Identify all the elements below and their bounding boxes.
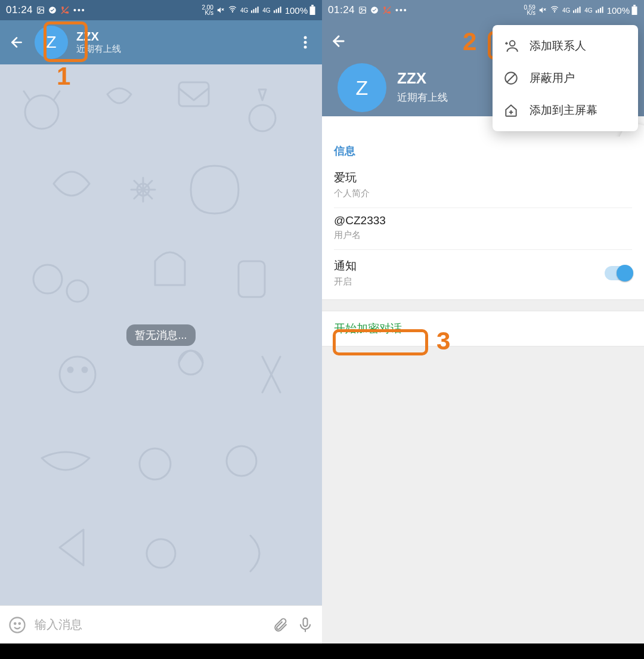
mute-icon	[216, 6, 225, 14]
menu-add-contact[interactable]: 添加联系人	[493, 30, 638, 62]
battery-indicator: 100%	[607, 5, 638, 16]
signal-bars-icon-2	[274, 5, 282, 16]
username-value: @CZ2333	[334, 214, 632, 227]
back-button[interactable]	[330, 33, 347, 52]
svg-point-25	[67, 280, 88, 302]
nav-strip	[322, 643, 644, 659]
svg-rect-53	[632, 7, 637, 15]
notif-title: 通知	[334, 258, 357, 274]
call-blocked-icon	[382, 5, 392, 15]
svg-point-24	[33, 265, 62, 293]
overflow-menu: 添加联系人 屏蔽用户 添加到主屏幕	[493, 25, 638, 131]
svg-rect-26	[239, 261, 265, 297]
status-more-icon: •••	[395, 5, 408, 15]
block-icon	[503, 70, 519, 86]
secret-chat-label: 开始加密对话	[334, 322, 402, 335]
wifi-icon	[550, 5, 559, 16]
chat-subtitle: 近期有上线	[76, 44, 121, 55]
status-bar: 01:24 ••• 2.00K/s 4G	[0, 0, 322, 20]
menu-add-to-home[interactable]: 添加到主屏幕	[493, 94, 638, 126]
wifi-icon	[228, 5, 237, 16]
notifications-row[interactable]: 通知 开启	[334, 250, 632, 297]
svg-rect-47	[577, 8, 578, 13]
svg-rect-12	[275, 9, 277, 13]
svg-rect-45	[573, 10, 574, 13]
mute-icon	[538, 6, 547, 14]
username-row[interactable]: @CZ2333 用户名	[334, 208, 632, 250]
svg-rect-16	[311, 5, 314, 7]
svg-point-35	[14, 623, 16, 624]
picture-icon	[358, 6, 367, 14]
check-icon	[370, 6, 379, 14]
bio-label: 个人简介	[334, 188, 632, 199]
svg-rect-11	[274, 10, 275, 13]
status-time: 01:24	[6, 4, 33, 16]
svg-rect-15	[310, 7, 315, 15]
call-blocked-icon	[60, 5, 70, 15]
menu-add-to-home-label: 添加到主屏幕	[530, 103, 597, 118]
svg-point-22	[249, 105, 275, 131]
signal-4g-label-2: 4G	[262, 7, 270, 14]
status-more-icon: •••	[73, 5, 86, 15]
avatar-letter: Z	[46, 33, 56, 52]
info-section: 信息 爱玩 个人简介 @CZ2333 用户名 通知 开启	[322, 137, 644, 300]
signal-4g-label-1: 4G	[240, 7, 248, 14]
bio-row[interactable]: 爱玩 个人简介	[334, 164, 632, 208]
svg-rect-37	[304, 618, 308, 626]
menu-block-user[interactable]: 屏蔽用户	[493, 62, 638, 94]
chat-body[interactable]: 暂无消息...	[0, 64, 322, 605]
svg-rect-32	[227, 446, 256, 476]
signal-bars-icon	[251, 5, 259, 16]
notif-state: 开启	[334, 276, 357, 287]
background-doodles	[0, 64, 322, 601]
chat-title-block[interactable]: ZZX 近期有上线	[76, 30, 121, 55]
svg-rect-13	[278, 8, 279, 13]
svg-rect-21	[179, 82, 209, 106]
svg-rect-46	[575, 9, 577, 13]
mic-icon[interactable]	[297, 617, 314, 633]
svg-point-44	[554, 11, 555, 12]
svg-point-31	[140, 448, 171, 479]
svg-point-19	[304, 46, 307, 49]
svg-point-29	[82, 367, 87, 372]
svg-rect-7	[251, 10, 252, 13]
avatar[interactable]: Z	[338, 63, 386, 112]
svg-rect-50	[597, 9, 599, 13]
svg-rect-51	[600, 8, 601, 13]
chat-header: Z ZZX 近期有上线	[0, 20, 322, 64]
avatar[interactable]: Z	[35, 26, 68, 59]
signal-bars-icon	[573, 5, 581, 16]
attach-icon[interactable]	[272, 617, 289, 633]
message-input-bar	[0, 605, 322, 643]
svg-point-17	[304, 36, 307, 39]
status-time: 01:24	[328, 4, 355, 16]
bio-value: 爱玩	[334, 170, 632, 185]
more-button[interactable]	[296, 30, 315, 54]
signal-bars-icon-2	[596, 5, 604, 16]
emoji-icon[interactable]	[8, 616, 26, 634]
svg-point-6	[232, 11, 233, 12]
add-contact-icon	[503, 38, 519, 54]
profile-subtitle: 近期有上线	[397, 91, 448, 104]
chat-name: ZZX	[76, 30, 121, 44]
svg-rect-9	[255, 8, 256, 13]
home-plus-icon	[503, 103, 519, 118]
svg-point-36	[19, 623, 21, 624]
net-speed: 0.59K/s	[524, 5, 535, 16]
avatar-letter: Z	[356, 76, 369, 100]
message-input[interactable]	[35, 618, 264, 632]
back-button[interactable]	[7, 33, 26, 52]
notifications-toggle[interactable]	[605, 266, 632, 280]
menu-block-user-label: 屏蔽用户	[530, 70, 575, 86]
profile-content[interactable]: 信息 爱玩 个人简介 @CZ2333 用户名 通知 开启	[322, 137, 644, 643]
menu-add-contact-label: 添加联系人	[530, 38, 586, 54]
start-secret-chat[interactable]: 开始加密对话	[322, 311, 644, 346]
battery-indicator: 100%	[285, 5, 316, 16]
svg-rect-48	[580, 7, 581, 13]
svg-rect-54	[633, 5, 636, 7]
username-label: 用户名	[334, 230, 632, 241]
svg-rect-49	[596, 10, 597, 13]
svg-point-33	[147, 539, 175, 568]
svg-rect-14	[280, 7, 281, 13]
svg-point-1	[39, 8, 40, 10]
